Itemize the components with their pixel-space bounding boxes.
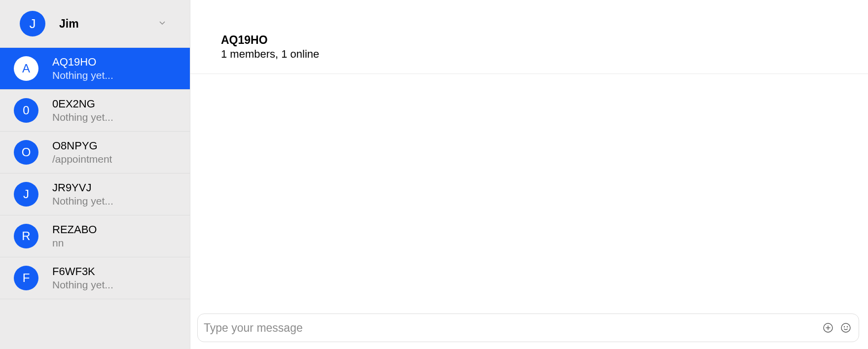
channel-name: F6WF3K	[52, 265, 113, 278]
channel-text: F6WF3KNothing yet...	[52, 265, 113, 291]
channel-avatar: 0	[14, 98, 38, 123]
channel-avatar: F	[14, 266, 38, 290]
channel-preview: Nothing yet...	[52, 70, 113, 81]
channel-preview: nn	[52, 237, 97, 249]
channel-name: REZABO	[52, 223, 97, 236]
channel-name: JR9YVJ	[52, 181, 113, 194]
attach-icon[interactable]	[822, 322, 834, 334]
layout: J Jim AAQ19HONothing yet...00EX2NGNothin…	[0, 0, 868, 349]
conversation-area	[190, 74, 868, 307]
message-input[interactable]	[204, 321, 822, 335]
channel-title: AQ19HO	[221, 34, 858, 47]
channel-item[interactable]: RREZABOnn	[0, 215, 190, 257]
channel-avatar: R	[14, 224, 38, 248]
composer-wrap	[190, 307, 868, 349]
channel-name: 0EX2NG	[52, 98, 113, 110]
channel-text: 0EX2NGNothing yet...	[52, 98, 113, 123]
channel-name: O8NPYG	[52, 140, 112, 152]
message-composer	[197, 314, 859, 342]
user-name: Jim	[59, 17, 145, 31]
channel-list: AAQ19HONothing yet...00EX2NGNothing yet.…	[0, 47, 190, 299]
channel-item[interactable]: OO8NPYG/appointment	[0, 132, 190, 174]
channel-text: JR9YVJNothing yet...	[52, 181, 113, 207]
channel-header: AQ19HO 1 members, 1 online	[190, 20, 868, 74]
channel-name: AQ19HO	[52, 56, 113, 69]
app-root: Create a New Channel J Jim AAQ19HONothin…	[0, 0, 868, 349]
channel-avatar: J	[14, 182, 38, 207]
svg-point-4	[844, 327, 845, 327]
channel-preview: Nothing yet...	[52, 111, 113, 123]
user-header[interactable]: J Jim	[0, 0, 190, 47]
channel-preview: /appointment	[52, 153, 112, 165]
chevron-down-icon	[158, 19, 166, 29]
channel-preview: Nothing yet...	[52, 195, 113, 207]
channel-text: REZABOnn	[52, 223, 97, 249]
channel-text: AQ19HONothing yet...	[52, 56, 113, 81]
channel-item[interactable]: 00EX2NGNothing yet...	[0, 90, 190, 132]
channel-item[interactable]: JJR9YVJNothing yet...	[0, 174, 190, 215]
emoji-icon[interactable]	[840, 322, 852, 334]
svg-point-5	[847, 327, 848, 327]
main-panel: AQ19HO 1 members, 1 online	[190, 0, 868, 349]
channel-item[interactable]: AAQ19HONothing yet...	[0, 48, 190, 90]
channel-avatar: O	[14, 140, 38, 165]
channel-subtitle: 1 members, 1 online	[221, 48, 858, 61]
svg-point-3	[841, 323, 850, 332]
channel-item[interactable]: FF6WF3KNothing yet...	[0, 257, 190, 299]
user-avatar: J	[20, 11, 45, 36]
channel-avatar: A	[14, 56, 38, 81]
channel-preview: Nothing yet...	[52, 279, 113, 291]
channel-text: O8NPYG/appointment	[52, 140, 112, 165]
composer-icons	[822, 322, 852, 334]
sidebar: J Jim AAQ19HONothing yet...00EX2NGNothin…	[0, 0, 190, 349]
